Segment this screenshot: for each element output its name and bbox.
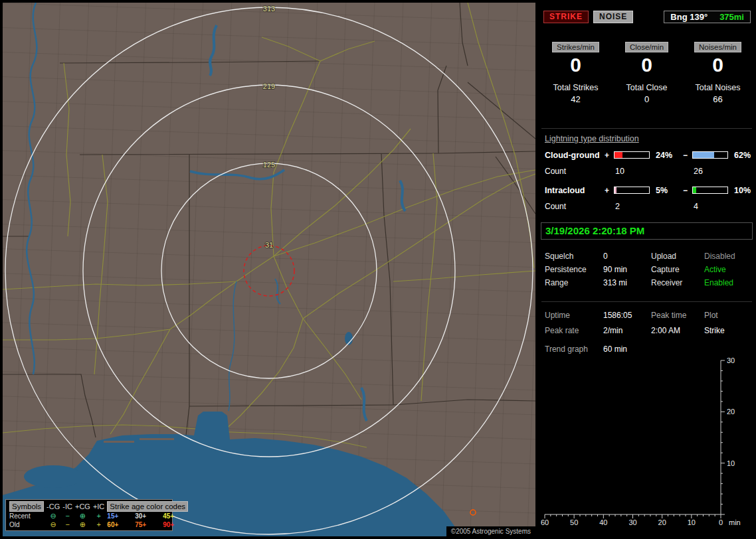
total-noises-value: 66 <box>682 94 753 104</box>
settings-row: Squelch 0 Upload Disabled <box>545 250 751 263</box>
squelch-value: 0 <box>603 252 651 261</box>
age-code-60: 60+ <box>106 520 134 529</box>
settings-row: Range 313 mi Receiver Enabled <box>545 276 751 289</box>
total-close-value: 0 <box>611 94 682 104</box>
svg-text:30: 30 <box>727 356 735 364</box>
squelch-label: Squelch <box>545 252 603 261</box>
close-column: Close/min 0 Total Close 0 <box>611 42 682 104</box>
legend-age-header: Strike age color codes <box>107 501 188 512</box>
ncg-recent-symbol: ⊖ <box>45 512 61 520</box>
settings-grid: Squelch 0 Upload Disabled Persistence 90… <box>545 250 751 289</box>
mode-button-row: STRIKE NOISE Bng 139° 375mi <box>543 11 751 23</box>
barrier-island <box>140 438 174 440</box>
receiver-status: Enabled <box>704 278 751 287</box>
svg-text:40: 40 <box>599 518 607 526</box>
status-grid: Uptime 1586:05 Peak time Plot Peak rate … <box>545 307 751 338</box>
legend-old-label: Old <box>8 520 45 529</box>
range-label: Range <box>545 278 603 287</box>
intracloud-row: Intracloud + 5% − 10% <box>545 185 751 195</box>
svg-text:20: 20 <box>658 518 666 526</box>
trend-graph-panel: 3020106050403020100min <box>540 353 753 536</box>
app-window: 313 219 125 31 Symbols -CG -IC +CG +IC S… <box>0 0 756 539</box>
map-panel[interactable]: 313 219 125 31 Symbols -CG -IC +CG +IC S… <box>3 3 535 536</box>
cloud-ground-label: Cloud-ground <box>545 151 605 160</box>
ic-negative-bar <box>692 187 728 194</box>
strikes-column: Strikes/min 0 Total Strikes 42 <box>540 42 611 104</box>
plus-sign: + <box>605 151 614 160</box>
map-legend: Symbols -CG -IC +CG +IC Strike age color… <box>5 499 173 531</box>
settings-row: Persistence 90 min Capture Active <box>545 263 751 276</box>
plot-label: Plot <box>704 311 751 320</box>
intracloud-count-row: Count 2 4 <box>545 201 751 211</box>
status-row: Uptime 1586:05 Peak time Plot <box>545 307 751 323</box>
cg-negative-bar <box>692 151 728 159</box>
trend-graph-value: 60 min <box>603 345 751 354</box>
noise-mode-button[interactable]: NOISE <box>593 11 633 23</box>
ncg-old-symbol: ⊖ <box>45 520 61 529</box>
svg-text:20: 20 <box>727 408 735 416</box>
barrier-island <box>104 441 134 443</box>
age-code-30: 30+ <box>134 512 161 520</box>
close-per-min-label: Close/min <box>625 42 668 52</box>
legend-col-pcg: +CG <box>74 501 92 512</box>
svg-text:10: 10 <box>727 459 735 467</box>
ic-positive-bar <box>614 187 650 194</box>
plus-sign: + <box>605 186 614 195</box>
peak-time-label: Peak time <box>651 311 704 320</box>
persistence-value: 90 min <box>603 265 651 274</box>
ic-positive-percent: 5% <box>652 186 683 195</box>
ring-label-219: 219 <box>263 82 275 90</box>
upload-label: Upload <box>651 252 704 261</box>
lake-pontchartrain <box>24 465 82 488</box>
cg-negative-percent: 62% <box>731 151 751 160</box>
strike-mode-button[interactable]: STRIKE <box>543 11 589 23</box>
rate-columns: Strikes/min 0 Total Strikes 42 Close/min… <box>540 42 753 104</box>
section-divider <box>541 301 752 302</box>
legend-col-ncg: -CG <box>45 501 61 512</box>
uptime-label: Uptime <box>545 311 603 320</box>
trend-graph-label: Trend graph <box>545 345 603 354</box>
svg-text:10: 10 <box>688 518 696 526</box>
total-noises-label: Total Noises <box>682 83 753 92</box>
range-value: 313 mi <box>603 278 651 287</box>
total-close-label: Total Close <box>611 83 682 92</box>
legend-col-pic: +IC <box>92 501 106 512</box>
peak-rate-label: Peak rate <box>545 326 603 335</box>
ic-negative-percent: 10% <box>731 186 751 195</box>
bearing-readout: Bng 139° 375mi <box>664 11 751 23</box>
cg-positive-percent: 24% <box>652 151 683 160</box>
svg-text:0: 0 <box>719 518 723 526</box>
ring-label-31: 31 <box>265 241 273 249</box>
total-strikes-label: Total Strikes <box>540 83 611 92</box>
datetime-display: 3/19/2026 2:20:18 PM <box>541 222 753 240</box>
capture-label: Capture <box>651 265 704 274</box>
trend-graph-svg: 3020106050403020100min <box>540 353 753 536</box>
legend-recent-label: Recent <box>8 512 45 520</box>
peak-time-value: 2:00 AM <box>651 326 704 335</box>
cg-positive-bar-fill <box>614 152 622 158</box>
receiver-label: Receiver <box>651 278 704 287</box>
ring-label-313: 313 <box>263 5 275 13</box>
age-code-75: 75+ <box>134 520 161 529</box>
bearing-range-value: 375mi <box>719 12 744 22</box>
ic-positive-count: 2 <box>614 202 652 211</box>
bearing-value: Bng 139° <box>670 12 708 22</box>
svg-text:min: min <box>729 518 741 526</box>
ic-negative-count: 4 <box>692 202 731 211</box>
svg-text:60: 60 <box>541 518 549 526</box>
age-code-45: 45+ <box>161 512 189 520</box>
cg-negative-bar-fill <box>693 152 714 158</box>
map-canvas: 313 219 125 31 <box>3 3 535 536</box>
svg-text:50: 50 <box>570 518 578 526</box>
status-row: Peak rate 2/min 2:00 AM Strike <box>545 323 751 338</box>
ic-negative-bar-fill <box>693 187 696 193</box>
sidebar-panel: STRIKE NOISE Bng 139° 375mi Strikes/min … <box>540 3 753 536</box>
upload-status: Disabled <box>704 252 751 261</box>
cg-negative-count: 26 <box>692 167 731 176</box>
legend-symbols-header: Symbols <box>9 501 44 512</box>
count-label: Count <box>545 202 605 211</box>
age-code-15: 15+ <box>106 512 134 520</box>
noises-per-min-label: Noises/min <box>694 42 741 52</box>
ring-label-125: 125 <box>263 161 275 169</box>
plot-value: Strike <box>704 326 751 335</box>
